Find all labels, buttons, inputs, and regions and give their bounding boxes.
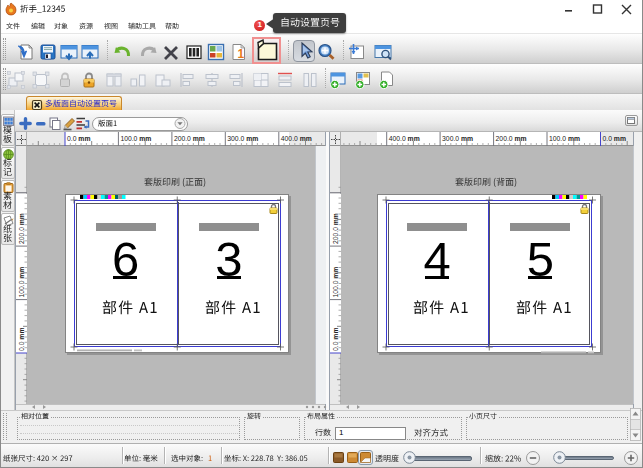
svg-text:100.0 mm: 100.0 mm [18,267,25,298]
svg-text:400.0 mm: 400.0 mm [281,135,312,142]
svg-text:0.0 mm: 0.0 mm [18,328,25,351]
svg-text:100.0 mm: 100.0 mm [332,267,339,298]
svg-text:100.0 mm: 100.0 mm [549,135,580,142]
svg-text:100.0 mm: 100.0 mm [120,135,151,142]
svg-text:200.0 mm: 200.0 mm [332,213,339,244]
svg-text:200.0 mm: 200.0 mm [496,135,527,142]
svg-text:400.0 mm: 400.0 mm [389,135,420,142]
svg-text:300.0 mm: 300.0 mm [227,135,258,142]
svg-text:200.0 mm: 200.0 mm [18,213,25,244]
svg-text:0.0 mm: 0.0 mm [332,328,339,351]
svg-text:300.0 mm: 300.0 mm [442,135,473,142]
svg-text:200.0 mm: 200.0 mm [174,135,205,142]
svg-text:1: 1 [238,47,245,61]
svg-text:0.0 mm: 0.0 mm [603,135,626,142]
svg-text:0.0 mm: 0.0 mm [67,135,90,142]
